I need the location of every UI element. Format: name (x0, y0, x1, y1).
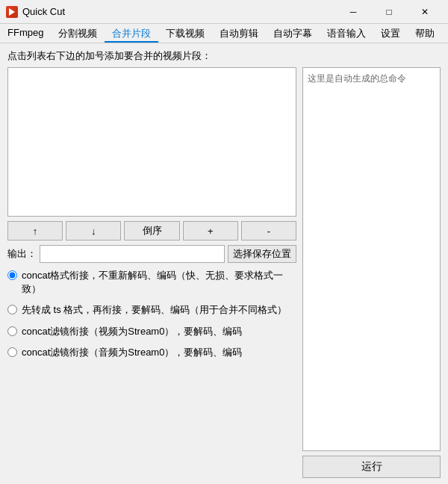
output-input[interactable] (40, 245, 225, 263)
run-button[interactable]: 运行 (302, 456, 441, 478)
title-bar: Quick Cut ─ □ ✕ (0, 0, 448, 24)
radio-input-4[interactable] (7, 347, 17, 357)
left-column: ↑ ↓ 倒序 + - 输出： 选择保存位置 concat格式衔接，不重新解码、编… (7, 67, 296, 478)
window-controls: ─ □ ✕ (336, 3, 442, 21)
close-button[interactable]: ✕ (408, 3, 442, 21)
command-area: 这里是自动生成的总命令 (302, 67, 441, 451)
radio-option-3[interactable]: concat滤镜衔接（视频为Stream0），要解码、编码 (7, 325, 296, 338)
menu-item-download[interactable]: 下载视频 (158, 24, 212, 43)
radio-label-4: concat滤镜衔接（音频为Stream0），要解码、编码 (22, 346, 242, 359)
menu-item-voice_input[interactable]: 语音输入 (320, 24, 373, 43)
output-label: 输出： (7, 247, 37, 261)
radio-options: concat格式衔接，不重新解码、编码（快、无损、要求格式一致）先转成 ts 格… (7, 269, 296, 359)
move-down-button[interactable]: ↓ (66, 221, 121, 241)
menu-item-auto_sub[interactable]: 自动字幕 (266, 24, 320, 43)
radio-input-2[interactable] (7, 305, 17, 314)
menu-item-merge[interactable]: 合并片段 (105, 24, 158, 43)
radio-option-4[interactable]: concat滤镜衔接（音频为Stream0），要解码、编码 (7, 346, 296, 359)
move-up-button[interactable]: ↑ (7, 221, 63, 241)
two-column-layout: ↑ ↓ 倒序 + - 输出： 选择保存位置 concat格式衔接，不重新解码、编… (7, 67, 441, 478)
action-buttons: ↑ ↓ 倒序 + - (7, 221, 296, 241)
command-placeholder-text: 这里是自动生成的总命令 (308, 73, 406, 84)
svg-marker-0 (9, 8, 15, 16)
radio-option-2[interactable]: 先转成 ts 格式，再衔接，要解码、编码（用于合并不同格式） (7, 303, 296, 317)
menu-item-ffmpeg[interactable]: FFmpeg (0, 24, 51, 43)
menu-item-split[interactable]: 分割视频 (51, 24, 105, 43)
radio-input-1[interactable] (7, 270, 17, 280)
menu-item-help[interactable]: 帮助 (408, 24, 442, 43)
main-content: 点击列表右下边的加号添加要合并的视频片段： ↑ ↓ 倒序 + - 输出： 选择保… (0, 43, 448, 484)
maximize-button[interactable]: □ (372, 3, 406, 21)
radio-option-1[interactable]: concat格式衔接，不重新解码、编码（快、无损、要求格式一致） (7, 269, 296, 296)
reverse-button[interactable]: 倒序 (124, 221, 179, 241)
right-column: 这里是自动生成的总命令 运行 (302, 67, 441, 478)
minimize-button[interactable]: ─ (336, 3, 370, 21)
video-list (7, 67, 296, 217)
menu-item-auto_edit[interactable]: 自动剪辑 (212, 24, 266, 43)
radio-input-3[interactable] (7, 326, 17, 336)
menu-item-settings[interactable]: 设置 (373, 24, 408, 43)
add-button[interactable]: + (183, 221, 238, 241)
save-location-button[interactable]: 选择保存位置 (228, 245, 296, 263)
radio-label-2: 先转成 ts 格式，再衔接，要解码、编码（用于合并不同格式） (22, 303, 287, 317)
menu-bar: FFmpeg分割视频合并片段下载视频自动剪辑自动字幕语音输入设置帮助 (0, 24, 448, 43)
app-title: Quick Cut (22, 6, 336, 17)
radio-label-3: concat滤镜衔接（视频为Stream0），要解码、编码 (22, 325, 242, 338)
app-icon (6, 6, 18, 18)
radio-label-1: concat格式衔接，不重新解码、编码（快、无损、要求格式一致） (22, 269, 296, 296)
remove-button[interactable]: - (241, 221, 296, 241)
output-row: 输出： 选择保存位置 (7, 245, 296, 263)
instruction-text: 点击列表右下边的加号添加要合并的视频片段： (7, 49, 441, 63)
